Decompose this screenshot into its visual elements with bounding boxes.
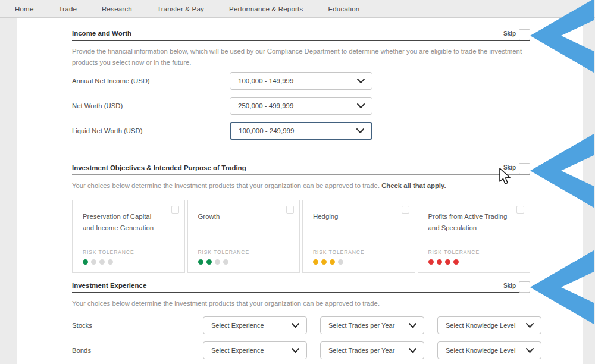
- experience-row-bonds: Bonds Select Experience Select Trades pe…: [72, 341, 530, 359]
- risk-dot: [223, 259, 228, 265]
- bonds-trades-per-year-select[interactable]: Select Trades per Year: [320, 341, 424, 359]
- risk-dots: [198, 259, 249, 265]
- risk-dot: [428, 259, 434, 265]
- section-header: Investment Experience Skip: [72, 280, 530, 293]
- section-investment-objectives: Investment Objectives & Intended Purpose…: [72, 162, 530, 273]
- risk-dots: [83, 259, 134, 265]
- objective-cards: Preservation of Capital and Income Gener…: [72, 200, 530, 273]
- risk-tolerance-label: RISK TOLERANCE: [428, 249, 480, 255]
- select-value: 100,000 - 149,999: [238, 77, 293, 84]
- field-row-annual-net-income: Annual Net Income (USD) 100,000 - 149,99…: [72, 72, 530, 90]
- stocks-trades-per-year-select[interactable]: Select Trades per Year: [320, 316, 424, 334]
- field-label: Bonds: [72, 347, 190, 354]
- field-label: Net Worth (USD): [72, 102, 230, 109]
- select-value: Select Knowledge Level: [446, 322, 515, 329]
- bonds-knowledge-level-select[interactable]: Select Knowledge Level: [437, 341, 541, 359]
- nav-item-research[interactable]: Research: [102, 5, 132, 12]
- chevron-down-icon: [356, 128, 364, 133]
- chevron-down-icon: [526, 348, 534, 353]
- objective-title: Growth: [198, 211, 290, 222]
- risk-dot: [321, 259, 327, 265]
- risk-tolerance-label: RISK TOLERANCE: [198, 249, 249, 255]
- field-label: Annual Net Income (USD): [72, 77, 230, 84]
- experience-row-stocks: Stocks Select Experience Select Trades p…: [72, 316, 530, 334]
- skip-group: Skip: [503, 281, 530, 290]
- objective-card-hedging[interactable]: Hedging RISK TOLERANCE: [302, 200, 415, 273]
- skip-label: Skip: [503, 30, 516, 37]
- field-row-liquid-net-worth: Liquid Net Worth (USD) 100,000 - 249,999: [72, 122, 530, 140]
- risk-dot: [206, 259, 212, 265]
- section-description: Your choices below determine the investm…: [72, 180, 530, 192]
- chevron-down-icon: [357, 103, 365, 108]
- section-title: Investment Objectives & Intended Purpose…: [72, 164, 246, 171]
- blue-chevron-arrow-icon: [530, 134, 595, 208]
- objective-title: Preservation of Capital and Income Gener…: [83, 211, 175, 234]
- select-value: Select Trades per Year: [328, 322, 394, 329]
- skip-label: Skip: [503, 283, 516, 289]
- risk-dot: [83, 259, 88, 265]
- chevron-down-icon: [292, 323, 299, 328]
- objective-card-active-trading[interactable]: Profits from Active Trading and Speculat…: [418, 200, 531, 273]
- liquid-net-worth-select[interactable]: 100,000 - 249,999: [230, 122, 372, 140]
- chevron-down-icon: [409, 323, 416, 328]
- blue-chevron-arrow-icon: [530, 0, 595, 73]
- nav-item-transfer-pay[interactable]: Transfer & Pay: [157, 5, 204, 12]
- risk-dot: [313, 259, 318, 265]
- skip-checkbox-objectives[interactable]: [519, 163, 530, 174]
- risk-dot: [91, 259, 96, 265]
- field-row-net-worth: Net Worth (USD) 250,000 - 499,999: [72, 97, 530, 115]
- skip-checkbox-income[interactable]: [519, 29, 530, 40]
- nav-item-home[interactable]: Home: [15, 5, 33, 12]
- objective-card-preservation[interactable]: Preservation of Capital and Income Gener…: [72, 200, 185, 273]
- risk-dot: [330, 259, 335, 265]
- objective-checkbox[interactable]: [171, 206, 179, 214]
- risk-dot: [215, 259, 220, 265]
- chevron-down-icon: [292, 348, 299, 353]
- risk-tolerance-block: RISK TOLERANCE: [83, 249, 134, 265]
- risk-tolerance-label: RISK TOLERANCE: [313, 249, 364, 255]
- nav-item-education[interactable]: Education: [328, 5, 359, 12]
- blue-chevron-arrow-icon: [530, 250, 595, 324]
- risk-dot: [99, 259, 105, 265]
- risk-dot: [453, 259, 459, 265]
- objective-checkbox[interactable]: [402, 206, 409, 214]
- field-label: Stocks: [72, 322, 190, 329]
- field-label: Liquid Net Worth (USD): [72, 127, 230, 134]
- nav-item-trade[interactable]: Trade: [58, 5, 77, 12]
- section-title: Income and Worth: [72, 30, 131, 37]
- bonds-experience-select[interactable]: Select Experience: [203, 341, 307, 359]
- stocks-experience-select[interactable]: Select Experience: [203, 316, 307, 334]
- section-title: Investment Experience: [72, 282, 146, 289]
- risk-dot: [445, 259, 450, 265]
- risk-tolerance-block: RISK TOLERANCE: [313, 249, 364, 265]
- risk-dot: [198, 259, 203, 265]
- skip-checkbox-experience[interactable]: [519, 281, 530, 293]
- annual-net-income-select[interactable]: 100,000 - 149,999: [230, 72, 372, 90]
- nav-item-performance-reports[interactable]: Performance & Reports: [229, 5, 303, 12]
- select-value: Select Trades per Year: [328, 347, 394, 354]
- section-description: Your choices below determine the investm…: [72, 298, 530, 309]
- select-value: Select Experience: [211, 322, 264, 329]
- section-investment-experience: Investment Experience Skip Your choices …: [72, 280, 530, 359]
- risk-dot: [338, 259, 343, 265]
- risk-tolerance-block: RISK TOLERANCE: [198, 249, 249, 265]
- section-header: Income and Worth Skip: [72, 28, 530, 41]
- select-value: Select Knowledge Level: [446, 347, 515, 354]
- top-navbar: Home Trade Research Transfer & Pay Perfo…: [0, 0, 595, 18]
- net-worth-select[interactable]: 250,000 - 499,999: [230, 97, 372, 115]
- section-description: Provide the financial information below,…: [72, 46, 530, 68]
- objective-card-growth[interactable]: Growth RISK TOLERANCE: [187, 200, 300, 273]
- objective-checkbox[interactable]: [516, 206, 524, 214]
- objective-title: Profits from Active Trading and Speculat…: [428, 211, 521, 234]
- chevron-down-icon: [409, 348, 416, 353]
- risk-dots: [428, 259, 480, 265]
- objective-title: Hedging: [313, 211, 405, 222]
- risk-tolerance-block: RISK TOLERANCE: [428, 249, 480, 265]
- select-value: Select Experience: [211, 347, 264, 354]
- section-header: Investment Objectives & Intended Purpose…: [72, 162, 530, 175]
- chevron-down-icon: [357, 79, 365, 83]
- risk-dots: [313, 259, 364, 265]
- stocks-knowledge-level-select[interactable]: Select Knowledge Level: [437, 316, 541, 334]
- objective-checkbox[interactable]: [286, 206, 294, 214]
- risk-tolerance-label: RISK TOLERANCE: [83, 249, 134, 255]
